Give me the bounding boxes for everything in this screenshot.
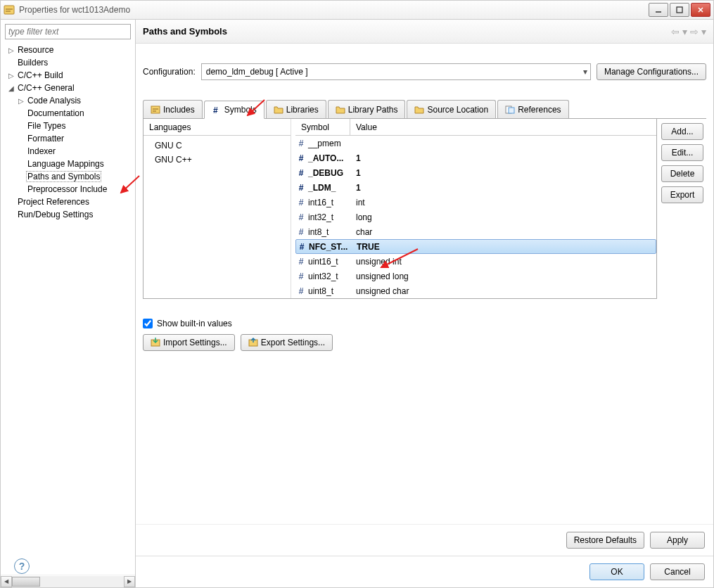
tree-item-project-references[interactable]: Project References — [2, 196, 134, 208]
cancel-button[interactable]: Cancel — [650, 563, 705, 580]
hash-icon: # — [212, 105, 222, 115]
symbol-row[interactable]: #int16_tint — [295, 195, 656, 210]
language-item[interactable]: GNU C++ — [144, 153, 291, 167]
titlebar: Properties for wct1013Ademo — [0, 0, 714, 20]
tree-label: Resource — [16, 45, 55, 55]
header-banner: Paths and Symbols ⇦ ▾ ⇨ ▾ — [136, 20, 713, 44]
minimize-button[interactable] — [649, 3, 668, 17]
symbol-row[interactable]: #int8_tchar — [295, 224, 656, 239]
symbol-value: char — [350, 227, 656, 237]
tree-item-code-analysis[interactable]: ▷Code Analysis — [2, 94, 134, 107]
symbol-row[interactable]: #NFC_ST...TRUE — [295, 239, 656, 254]
export-settings-button[interactable]: Export Settings... — [241, 334, 333, 351]
tab-library-paths[interactable]: Library Paths — [328, 100, 406, 118]
symbol-row[interactable]: #_AUTO...1 — [295, 151, 656, 165]
manage-configurations-button[interactable]: Manage Configurations... — [597, 63, 706, 80]
tab-references[interactable]: References — [497, 100, 568, 118]
tree-label: Indexer — [26, 146, 57, 156]
tree-label: C/C++ Build — [16, 70, 65, 80]
hash-icon: # — [295, 271, 307, 281]
scroll-left[interactable]: ◀ — [1, 576, 12, 587]
apply-button[interactable]: Apply — [650, 532, 705, 549]
close-button[interactable] — [691, 3, 710, 17]
show-builtin-checkbox[interactable] — [143, 319, 153, 328]
scroll-track[interactable] — [12, 576, 124, 587]
tree-label: Project References — [16, 197, 91, 207]
folder-icon — [336, 105, 345, 115]
tree-item-file-types[interactable]: File Types — [2, 120, 134, 132]
tree-item-documentation[interactable]: Documentation — [2, 107, 134, 120]
symbol-row[interactable]: #_LDM_1 — [295, 180, 656, 195]
symbol-row[interactable]: #uint8_tunsigned char — [295, 283, 656, 298]
symbol-row[interactable]: #_DEBUG1 — [295, 165, 656, 180]
symbol-row[interactable]: #uint16_tunsigned int — [295, 254, 656, 269]
tree-item-language-mappings[interactable]: Language Mappings — [2, 158, 134, 170]
scroll-thumb[interactable] — [12, 577, 40, 587]
window-title: Properties for wct1013Ademo — [19, 5, 649, 15]
export-button[interactable]: Export — [661, 186, 703, 203]
window-buttons — [649, 3, 710, 17]
tree-item-c-c-build[interactable]: ▷C/C++ Build — [2, 69, 134, 82]
symbol-name: int8_t — [307, 227, 350, 237]
tree-item-builders[interactable]: Builders — [2, 56, 134, 69]
symbol-value: 1 — [350, 168, 656, 178]
nav-tree[interactable]: ▷ResourceBuilders▷C/C++ Build◢C/C++ Gene… — [1, 44, 135, 575]
scroll-right[interactable]: ▶ — [124, 576, 135, 587]
symbols-list[interactable]: #__pmem#_AUTO...1#_DEBUG1#_LDM_1#int16_t… — [295, 136, 656, 298]
symbol-row[interactable]: #uint32_tunsigned long — [295, 269, 656, 283]
tree-item-resource[interactable]: ▷Resource — [2, 44, 134, 56]
maximize-button[interactable] — [670, 3, 689, 17]
delete-button[interactable]: Delete — [661, 165, 703, 182]
nav-arrows: ⇦ ▾ ⇨ ▾ — [671, 26, 706, 37]
action-column: Add... Edit... Delete Export — [657, 119, 706, 299]
nav-fwd-menu-icon[interactable]: ▾ — [701, 26, 706, 37]
edit-button[interactable]: Edit... — [661, 144, 703, 161]
nav-back-icon[interactable]: ⇦ — [671, 26, 680, 37]
add-button[interactable]: Add... — [661, 123, 703, 140]
filter-input[interactable] — [5, 24, 131, 39]
tab-includes[interactable]: Includes — [143, 100, 203, 118]
ok-button[interactable]: OK — [589, 563, 644, 580]
includes-icon — [151, 105, 160, 115]
languages-list[interactable]: GNU CGNU C++ — [144, 136, 291, 298]
tree-item-c-c-general[interactable]: ◢C/C++ General — [2, 82, 134, 94]
hash-icon: # — [295, 286, 307, 296]
tree-item-paths-and-symbols[interactable]: Paths and Symbols — [2, 170, 134, 183]
nav-back-menu-icon[interactable]: ▾ — [682, 26, 687, 37]
symbols-panel: Symbol Value #__pmem#_AUTO...1#_DEBUG1#_… — [295, 119, 656, 298]
twisty-icon[interactable]: ▷ — [6, 46, 16, 54]
symbol-row[interactable]: #__pmem — [295, 136, 656, 151]
symbol-column-header[interactable]: Symbol — [295, 119, 350, 135]
tree-item-indexer[interactable]: Indexer — [2, 145, 134, 158]
tab-libraries[interactable]: Libraries — [266, 100, 326, 118]
symbol-name: uint8_t — [307, 286, 350, 296]
h-scrollbar[interactable]: ◀ ▶ — [1, 575, 135, 587]
symbol-value: 1 — [350, 153, 656, 163]
language-item[interactable]: GNU C — [144, 139, 291, 153]
twisty-icon[interactable]: ▷ — [16, 97, 26, 105]
tab-source-location[interactable]: Source Location — [407, 100, 496, 118]
tabs: Includes#SymbolsLibrariesLibrary PathsSo… — [143, 100, 706, 119]
tree-label: C/C++ General — [16, 83, 76, 93]
twisty-icon[interactable]: ◢ — [6, 84, 16, 92]
help-icon[interactable]: ? — [14, 558, 30, 574]
import-settings-button[interactable]: Import Settings... — [143, 334, 235, 351]
hash-icon: # — [295, 212, 307, 222]
twisty-icon[interactable]: ▷ — [6, 72, 16, 79]
tree-item-run-debug-settings[interactable]: Run/Debug Settings — [2, 208, 134, 221]
value-column-header[interactable]: Value — [350, 119, 656, 135]
symbol-name: int32_t — [307, 212, 350, 222]
tab-label: Library Paths — [348, 105, 398, 115]
tree-item-preprocessor-include[interactable]: Preprocessor Include — [2, 183, 134, 196]
svg-rect-0 — [4, 6, 14, 14]
tab-label: Source Location — [427, 105, 488, 115]
nav-fwd-icon[interactable]: ⇨ — [690, 26, 699, 37]
tree-item-formatter[interactable]: Formatter — [2, 132, 134, 145]
symbol-row[interactable]: #int32_tlong — [295, 210, 656, 224]
hash-icon: # — [295, 227, 307, 237]
tree-label: Paths and Symbols — [26, 171, 101, 182]
config-select[interactable]: demo_ldm_debug [ Active ] — [201, 63, 591, 80]
hash-icon: # — [295, 153, 307, 163]
restore-defaults-button[interactable]: Restore Defaults — [566, 532, 644, 549]
tab-symbols[interactable]: #Symbols — [204, 101, 264, 119]
